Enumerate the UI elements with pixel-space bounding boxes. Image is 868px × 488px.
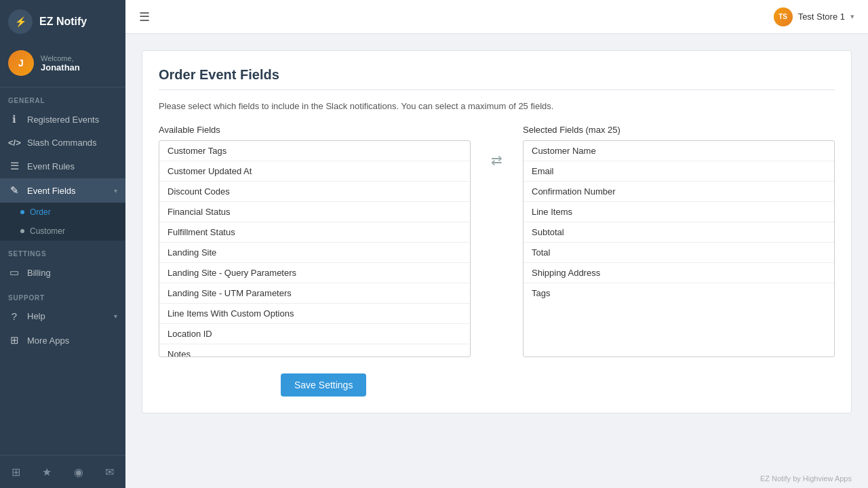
selected-field-item[interactable]: Confirmation Number xyxy=(524,182,834,202)
available-fields-list[interactable]: Customer TagsCustomer Updated AtDiscount… xyxy=(159,140,471,357)
selected-field-item[interactable]: Line Items xyxy=(524,202,834,222)
hamburger-menu-icon[interactable]: ☰ xyxy=(139,9,150,24)
selected-fields-label: Selected Fields (max 25) xyxy=(523,125,835,135)
sidebar-item-label: Event Rules xyxy=(27,161,75,171)
transfer-controls: ⇄ xyxy=(484,152,509,168)
available-field-item[interactable]: Customer Updated At xyxy=(159,161,470,182)
selected-fields-panel: Selected Fields (max 25) Customer NameEm… xyxy=(523,125,835,357)
page-description: Please select which fields to include in… xyxy=(159,101,835,111)
sidebar-subitem-order[interactable]: Order xyxy=(0,203,125,222)
sidebar: ⚡ EZ Notify J Welcome, Jonathan GENERAL … xyxy=(0,0,125,488)
available-fields-label: Available Fields xyxy=(159,125,471,135)
sidebar-subitem-customer[interactable]: Customer xyxy=(0,222,125,241)
chevron-down-icon: ▾ xyxy=(114,187,117,195)
info-icon: ℹ xyxy=(8,113,20,125)
available-fields-panel: Available Fields Customer TagsCustomer U… xyxy=(159,125,471,357)
store-logo: TS xyxy=(774,7,793,26)
save-settings-button[interactable]: Save Settings xyxy=(281,373,366,396)
slash-icon: </> xyxy=(8,138,20,148)
dot-icon xyxy=(20,210,24,214)
sidebar-item-label: Registered Events xyxy=(27,115,99,125)
page-divider xyxy=(159,89,835,90)
sidebar-item-slash-commands[interactable]: </> Slash Commands xyxy=(0,131,125,154)
page-content: Order Event Fields Please select which f… xyxy=(125,34,868,469)
sidebar-item-label: Slash Commands xyxy=(27,138,97,148)
subitem-label: Customer xyxy=(30,226,65,236)
available-field-item[interactable]: Line Items With Custom Options xyxy=(159,304,470,324)
username: Jonathan xyxy=(41,62,80,73)
bottom-grid-icon[interactable]: ⊞ xyxy=(6,462,25,481)
main: ☰ TS Test Store 1 ▾ Order Event Fields P… xyxy=(125,0,868,488)
sidebar-item-label: Help xyxy=(27,311,45,321)
avatar: J xyxy=(8,50,34,76)
page-title: Order Event Fields xyxy=(159,67,835,83)
available-field-item[interactable]: Notes xyxy=(159,344,470,357)
bottom-feed-icon[interactable]: ◉ xyxy=(69,462,88,481)
sidebar-item-help[interactable]: ? Help ▾ xyxy=(0,304,125,328)
available-field-item[interactable]: Landing Site - UTM Parameters xyxy=(159,283,470,304)
available-field-item[interactable]: Landing Site xyxy=(159,243,470,263)
sidebar-spacer xyxy=(0,352,125,455)
subitem-label: Order xyxy=(30,207,51,217)
bottom-star-icon[interactable]: ★ xyxy=(37,462,56,481)
selected-field-item[interactable]: Email xyxy=(524,161,834,182)
settings-section-label: SETTINGS xyxy=(0,241,125,260)
selected-fields-list[interactable]: Customer NameEmailConfirmation NumberLin… xyxy=(523,140,835,357)
chevron-down-icon: ▾ xyxy=(114,312,117,320)
available-field-item[interactable]: Discount Codes xyxy=(159,182,470,202)
welcome-text: Welcome, xyxy=(41,54,80,62)
more-apps-icon: ⊞ xyxy=(8,334,20,346)
sidebar-item-event-fields[interactable]: ✎ Event Fields ▾ xyxy=(0,178,125,203)
help-icon: ? xyxy=(8,310,20,322)
selected-field-item[interactable]: Tags xyxy=(524,283,834,303)
sidebar-header: ⚡ EZ Notify xyxy=(0,0,125,43)
sidebar-item-event-rules[interactable]: ☰ Event Rules xyxy=(0,154,125,178)
available-field-item[interactable]: Landing Site - Query Parameters xyxy=(159,263,470,283)
user-info: Welcome, Jonathan xyxy=(41,54,80,73)
topbar-right: TS Test Store 1 ▾ xyxy=(774,7,854,26)
selected-field-item[interactable]: Customer Name xyxy=(524,141,834,161)
sidebar-bottom: ⊞ ★ ◉ ✉ xyxy=(0,455,125,488)
selected-field-item[interactable]: Shipping Address xyxy=(524,263,834,283)
sidebar-item-label: Event Fields xyxy=(27,186,76,196)
sidebar-item-more-apps[interactable]: ⊞ More Apps xyxy=(0,328,125,352)
available-field-item[interactable]: Financial Status xyxy=(159,202,470,222)
logo-icon: ⚡ xyxy=(15,16,26,27)
fields-icon: ✎ xyxy=(8,184,20,197)
store-dropdown-chevron[interactable]: ▾ xyxy=(850,12,854,21)
sidebar-item-registered-events[interactable]: ℹ Registered Events xyxy=(0,107,125,131)
sidebar-item-label: Billing xyxy=(27,268,51,278)
available-field-item[interactable]: Fulfillment Status xyxy=(159,222,470,243)
selected-field-item[interactable]: Subtotal xyxy=(524,222,834,243)
billing-icon: ▭ xyxy=(8,266,20,279)
available-field-item[interactable]: Customer Tags xyxy=(159,141,470,161)
main-card: Order Event Fields Please select which f… xyxy=(142,50,852,413)
transfer-icon[interactable]: ⇄ xyxy=(491,152,502,168)
bottom-mail-icon[interactable]: ✉ xyxy=(100,462,119,481)
available-field-item[interactable]: Location ID xyxy=(159,324,470,344)
footer-text: EZ Notify by Highview Apps xyxy=(760,474,852,483)
support-section-label: SUPPORT xyxy=(0,285,125,304)
footer: EZ Notify by Highview Apps xyxy=(125,469,868,488)
sidebar-user: J Welcome, Jonathan xyxy=(0,43,125,87)
sidebar-logo: ⚡ xyxy=(8,9,33,34)
sidebar-item-billing[interactable]: ▭ Billing xyxy=(0,260,125,285)
general-section-label: GENERAL xyxy=(0,87,125,107)
dot-icon xyxy=(20,229,24,233)
sidebar-item-label: More Apps xyxy=(27,336,69,346)
store-name: Test Store 1 xyxy=(798,12,845,22)
event-fields-subitems: Order Customer xyxy=(0,203,125,241)
topbar: ☰ TS Test Store 1 ▾ xyxy=(125,0,868,34)
save-button-container: Save Settings xyxy=(159,373,835,396)
rules-icon: ☰ xyxy=(8,160,20,172)
selected-field-item[interactable]: Total xyxy=(524,243,834,263)
fields-container: Available Fields Customer TagsCustomer U… xyxy=(159,125,835,357)
sidebar-app-name: EZ Notify xyxy=(39,16,87,28)
